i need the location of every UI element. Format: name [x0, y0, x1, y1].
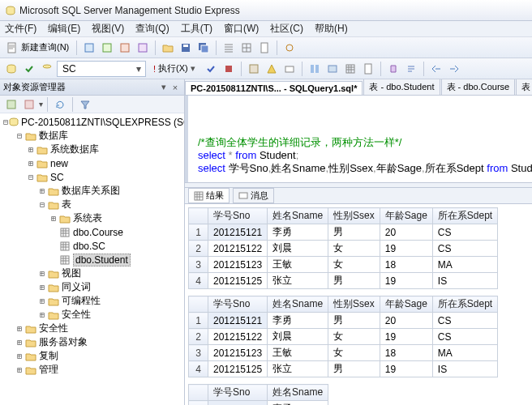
cell[interactable]: 201215125 [208, 361, 268, 377]
cell[interactable]: MA [432, 257, 497, 273]
tree-node[interactable]: ⊟PC-20150811ZNTI\SQLEXPRESS (SQL Ser [0, 115, 184, 129]
cell[interactable]: 男 [328, 273, 380, 289]
cell[interactable]: 20 [380, 313, 432, 329]
disconnect-icon[interactable] [21, 96, 37, 113]
tree-toggle[interactable]: ⊟ [15, 131, 24, 140]
cell[interactable]: CS [432, 224, 497, 241]
menu-item[interactable]: 窗口(W) [222, 21, 260, 36]
tree-toggle[interactable]: ⊞ [15, 338, 24, 347]
tree-node[interactable]: ⊞安全性 [0, 308, 184, 322]
cell[interactable]: 201215121 [208, 224, 268, 241]
tree-node[interactable]: ⊞复制 [0, 349, 184, 363]
tree-node[interactable]: ⊞系统表 [0, 211, 184, 225]
tree-toggle[interactable]: ⊞ [15, 365, 24, 374]
editor-tab[interactable]: 表 - dbo.Student [363, 79, 440, 95]
cell[interactable]: 男 [328, 313, 380, 329]
tree-node[interactable]: ⊞安全性 [0, 322, 184, 335]
cell[interactable]: 女 [328, 345, 380, 361]
toolbar-btn-1[interactable] [81, 40, 97, 56]
results-panel[interactable]: 学号Sno姓名Sname性别Ssex年龄Sage所在系Sdept12012151… [185, 204, 532, 405]
connect-icon[interactable] [3, 96, 19, 113]
menu-item[interactable]: 社区(C) [268, 21, 305, 36]
cell[interactable]: 201215121 [208, 401, 268, 406]
menu-item[interactable]: 查询(Q) [134, 21, 170, 36]
row-header[interactable]: 2 [189, 241, 208, 257]
tree-node[interactable]: dbo.Student [0, 253, 184, 266]
tree-node[interactable]: ⊟数据库 [0, 129, 184, 143]
row-header[interactable]: 1 [189, 313, 208, 329]
cell[interactable]: CS [432, 241, 497, 257]
tb-btn-a[interactable] [246, 61, 262, 77]
menu-item[interactable]: 视图(V) [90, 21, 126, 36]
col-header[interactable]: 年龄Sage [380, 296, 432, 313]
row-header[interactable]: 3 [189, 345, 208, 361]
tree-toggle[interactable]: ⊞ [37, 269, 47, 278]
menu-item[interactable]: 帮助(H) [313, 21, 350, 36]
tree-node[interactable]: ⊞服务器对象 [0, 335, 184, 349]
editor-tab[interactable]: 表 - dbo.SC [516, 79, 532, 95]
indent-more-icon[interactable] [446, 61, 462, 77]
cell[interactable]: 201215125 [208, 273, 268, 289]
saveall-icon[interactable] [195, 40, 212, 56]
cell[interactable]: MA [432, 345, 497, 361]
cell[interactable]: 201215121 [208, 313, 268, 329]
result-grid[interactable]: 学号Sno姓名Sname性别Ssex年龄Sage所在系Sdept12012151… [188, 296, 498, 377]
tb-btn-h[interactable] [385, 61, 401, 77]
cell[interactable]: 刘晨 [268, 329, 328, 345]
tree-toggle[interactable]: ⊟ [37, 200, 47, 209]
tree-node[interactable]: ⊞视图 [0, 266, 184, 280]
cell[interactable]: 19 [380, 361, 432, 377]
execute-button[interactable]: ! 执行(X) ▾ [148, 61, 201, 77]
row-header[interactable]: 3 [189, 257, 208, 273]
explorer-tree[interactable]: ⊟PC-20150811ZNTI\SQLEXPRESS (SQL Ser⊟数据库… [0, 113, 184, 405]
row-header[interactable]: 1 [189, 224, 208, 241]
col-header[interactable]: 所在系Sdept [432, 296, 497, 313]
tree-node[interactable]: ⊞管理 [0, 363, 184, 377]
col-header[interactable]: 姓名Sname [268, 385, 328, 401]
col-header[interactable]: 所在系Sdept [432, 208, 497, 224]
refresh-icon[interactable] [52, 96, 68, 113]
result-grid[interactable]: 学号Sno姓名Sname性别Ssex年龄Sage所在系Sdept12012151… [188, 207, 498, 289]
panel-options-icon[interactable]: ▾ [158, 82, 169, 92]
cell[interactable]: 张立 [268, 273, 328, 289]
col-header[interactable]: 年龄Sage [380, 208, 432, 224]
tree-node[interactable]: dbo.Course [0, 225, 184, 239]
tree-toggle[interactable]: ⊞ [37, 186, 47, 195]
tree-toggle[interactable]: ⊞ [37, 283, 47, 292]
toolbar-btn-grid[interactable] [238, 40, 255, 56]
tree-node[interactable]: ⊞系统数据库 [0, 143, 184, 156]
cell[interactable]: 201215123 [208, 345, 268, 361]
cell[interactable]: 李勇 [268, 401, 328, 406]
editor-tab[interactable]: 表 - dbo.Course [441, 79, 516, 95]
check2-icon[interactable] [203, 61, 219, 77]
toolbar-btn-4[interactable] [135, 40, 151, 56]
tab-results[interactable]: 结果 [188, 188, 230, 203]
row-header[interactable]: 4 [189, 273, 208, 289]
tree-node[interactable]: ⊟表 [0, 198, 184, 211]
col-header[interactable]: 学号Sno [208, 208, 268, 224]
toolbar-btn-3[interactable] [117, 40, 133, 56]
cell[interactable]: 女 [328, 257, 380, 273]
cell[interactable]: 18 [380, 345, 432, 361]
tree-toggle[interactable]: ⊞ [26, 159, 36, 168]
tree-toggle[interactable]: ⊞ [37, 310, 47, 319]
tree-toggle[interactable]: ⊞ [49, 214, 58, 223]
tree-toggle[interactable]: ⊞ [26, 145, 36, 154]
tb-btn-d[interactable] [307, 61, 323, 77]
tb-btn-i[interactable] [403, 61, 419, 77]
cell[interactable]: 王敏 [268, 257, 328, 273]
cell[interactable]: 男 [328, 224, 380, 241]
tb-btn-e[interactable] [324, 61, 341, 77]
stop-icon[interactable] [221, 61, 237, 77]
menu-item[interactable]: 工具(T) [179, 21, 214, 36]
editor-tab[interactable]: PC-20150811ZNTI\S... - SQLQuery1.sql* [185, 81, 363, 95]
db2-icon[interactable] [39, 61, 55, 77]
cell[interactable]: 李勇 [268, 313, 328, 329]
cell[interactable]: IS [432, 273, 497, 289]
cell[interactable]: CS [432, 329, 497, 345]
tree-toggle[interactable]: ⊞ [15, 352, 24, 360]
row-header[interactable]: 1 [189, 401, 208, 406]
cell[interactable]: 18 [380, 257, 432, 273]
menu-item[interactable]: 编辑(E) [46, 21, 82, 36]
row-header[interactable]: 2 [189, 329, 208, 345]
